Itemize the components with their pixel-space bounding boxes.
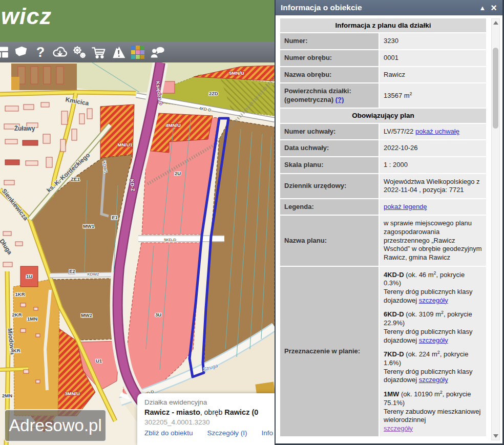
feature-popup: Działka ewidencyjna Rawicz - miasto, obr…	[137, 393, 275, 445]
field-value: 3230	[380, 33, 486, 49]
table-row: Obowiązujący plan	[280, 109, 486, 122]
link-szczeg-y[interactable]: szczegóły	[384, 425, 413, 432]
info-link[interactable]: Info	[262, 429, 274, 437]
zoom-to-object-link[interactable]: Zbliż do obiektu	[144, 429, 193, 437]
link-szczeg-y[interactable]: szczegóły	[419, 376, 448, 384]
map-label-mn-u1: MN/U1	[117, 142, 133, 147]
popup-name-obreb: Rawicz (0	[224, 408, 258, 416]
app-logo: wicz	[1, 3, 52, 30]
link-szczeg-y[interactable]: szczegóły	[419, 296, 448, 304]
link--[interactable]: (?)	[335, 96, 344, 103]
map-label-1mn: 1MN	[27, 316, 37, 322]
palette-square	[131, 50, 135, 54]
map-label-2zd: 2ZD	[209, 91, 218, 96]
map-label-2kr: 2KR	[12, 312, 22, 317]
palette-square	[140, 50, 144, 54]
palette-icon[interactable]	[128, 43, 148, 62]
popup-name-mid: , obręb	[200, 408, 224, 416]
palette-square	[136, 55, 140, 59]
map-label-mw1: MW1	[83, 223, 95, 229]
panel-scrollbar[interactable]	[491, 18, 500, 440]
field-value: 0001	[380, 50, 486, 66]
field-label: Numer uchwały:	[280, 124, 379, 140]
popup-type: Działka ewidencyjna	[144, 398, 275, 406]
map-label-5mn-u: 5MN/U	[229, 70, 244, 76]
minimize-button[interactable]: ▲	[477, 4, 488, 12]
table-row: Legenda:pokaż legendę	[280, 199, 486, 215]
map-label-kdw2: KDW2	[87, 272, 99, 277]
polygon-icon[interactable]	[11, 43, 31, 62]
table-row: Numer obrębu:0001	[280, 50, 486, 66]
map-label-2u: 2U	[175, 171, 181, 176]
help-icon[interactable]: ?	[31, 43, 50, 62]
field-label: Numer obrębu:	[280, 50, 379, 66]
watermark: Adresowo.pl	[4, 409, 107, 442]
table-row: Numer uchwały:LV/577/22 pokaż uchwałę	[280, 124, 486, 140]
table-row: Dziennik urzędowy:Województwa Wielkopols…	[280, 174, 486, 198]
info-panel: Informacja o obiekcie ▲ × Informacja z p…	[275, 0, 504, 445]
map-label-1kr: 1KR	[15, 291, 25, 297]
map-label-2mn: 2MN	[2, 393, 12, 398]
field-value: w sprawie miejscowego planu zagospodarow…	[380, 216, 486, 265]
field-label: Legenda:	[280, 199, 379, 215]
cloud-download-icon[interactable]	[50, 43, 70, 62]
map-label-3mn-u: 3MN/U	[65, 391, 80, 396]
link-poka-legend-[interactable]: pokaż legendę	[384, 203, 427, 210]
popup-name-town: Rawicz - miasto	[144, 408, 200, 416]
map-canvas[interactable]: KmicicaŻuławySienkiewiczaDługaMiodowaks.…	[0, 62, 275, 445]
palette-square	[140, 46, 144, 50]
map-label-mw2: MW2	[81, 312, 92, 318]
field-value: 1 : 2000	[380, 157, 486, 173]
table-row: Powierzchnia działki: (geometryczna) (?)…	[280, 83, 486, 108]
scroll-down-icon[interactable]	[493, 434, 498, 438]
section-header: Informacja z planu dla działki	[280, 18, 486, 32]
map-svg[interactable]: KmicicaŻuławySienkiewiczaDługaMiodowaks.…	[0, 62, 275, 445]
field-value: pokaż legendę	[380, 199, 486, 215]
close-icon[interactable]: ×	[488, 3, 502, 13]
scroll-up-icon[interactable]	[493, 21, 498, 25]
layout-icon[interactable]	[0, 43, 11, 62]
table-row: Numer:3230	[280, 33, 486, 49]
table-row: Nazwa planu:w sprawie miejscowego planu …	[280, 216, 486, 265]
field-value: LV/577/22 pokaż uchwałę	[380, 124, 486, 140]
table-row: Przeznaczenie w planie:4KD-D (ok. 46 m2,…	[280, 267, 486, 437]
table-row: Data uchwały:2022-10-26	[280, 140, 486, 156]
field-label: Dziennik urzędowy:	[280, 174, 379, 198]
table-row: Informacja z planu dla działki	[280, 18, 486, 32]
map-label-e1: E1	[112, 215, 118, 220]
field-value: 13567 m2	[380, 83, 486, 108]
map-label-5kd-d: 5KD-D	[164, 238, 176, 242]
info-table: Informacja z planu dla działkiNumer:3230…	[279, 17, 487, 437]
contact-person-icon[interactable]	[148, 43, 167, 62]
warning-icon[interactable]	[109, 43, 128, 62]
cart-icon[interactable]	[89, 43, 109, 62]
field-value: 4KD-D (ok. 46 m2, pokrycie 0.3%)Tereny d…	[380, 267, 486, 437]
details-link[interactable]: Szczegóły (I)	[207, 429, 247, 437]
table-row: Skala planu:1 : 2000	[280, 157, 486, 173]
palette-square	[140, 55, 144, 59]
map-label-3u: 3U	[155, 312, 161, 317]
field-value: 2022-10-26	[380, 140, 486, 156]
field-label: Nazwa obrębu:	[280, 67, 379, 83]
palette-square	[131, 55, 135, 59]
field-label: Skala planu:	[280, 157, 379, 173]
help-glyph: ?	[36, 46, 45, 59]
field-label: Nazwa planu:	[280, 216, 379, 265]
field-label: Data uchwały:	[280, 140, 379, 156]
settings-gears-icon[interactable]	[70, 43, 89, 62]
field-label: Powierzchnia działki: (geometryczna) (?)	[280, 83, 379, 108]
palette-square	[136, 46, 140, 50]
field-label: Numer:	[280, 33, 379, 49]
palette-grid	[131, 46, 144, 59]
info-panel-body: Informacja z planu dla działkiNumer:3230…	[276, 15, 502, 443]
field-value: Województwa Wielkopolskiego z 2022-11-04…	[380, 174, 486, 198]
info-panel-header[interactable]: Informacja o obiekcie ▲ ×	[276, 0, 502, 16]
popup-parcel-id: 302205_4.0001.3230	[144, 418, 275, 426]
watermark-text: Adresowo.pl	[9, 416, 102, 435]
link-szczeg-y[interactable]: szczegóły	[419, 336, 448, 344]
field-value: Rawicz	[380, 67, 486, 83]
popup-name: Rawicz - miasto, obręb Rawicz (0	[144, 408, 275, 416]
link-poka-uchwa-[interactable]: pokaż uchwałę	[415, 128, 459, 135]
map-label-e2: E2	[69, 268, 75, 274]
scrollbar-thumb[interactable]	[493, 48, 498, 129]
